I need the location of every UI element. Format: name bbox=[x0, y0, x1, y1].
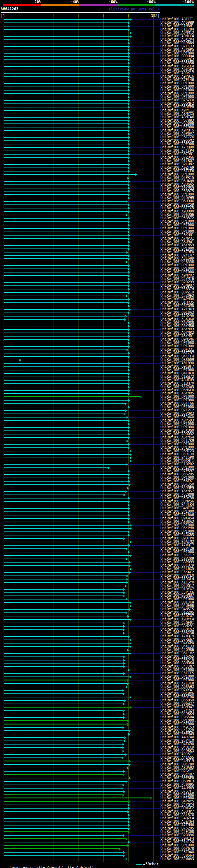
alignment-bar[interactable] bbox=[4, 602, 130, 603]
alignment-bar[interactable] bbox=[4, 848, 120, 849]
alignment-bar[interactable] bbox=[4, 643, 130, 644]
alignment-bar[interactable] bbox=[4, 380, 128, 380]
alignment-bar[interactable] bbox=[4, 336, 128, 337]
alignment-bar[interactable] bbox=[4, 572, 129, 573]
alignment-bar[interactable] bbox=[4, 859, 126, 859]
alignment-bar[interactable] bbox=[4, 434, 128, 434]
alignment-bar[interactable] bbox=[4, 525, 130, 526]
alignment-bar[interactable] bbox=[4, 508, 128, 509]
alignment-bar[interactable] bbox=[4, 137, 128, 137]
alignment-bar[interactable] bbox=[4, 299, 128, 300]
alignment-bar[interactable] bbox=[4, 623, 124, 623]
alignment-bar[interactable] bbox=[4, 683, 127, 684]
alignment-bar[interactable] bbox=[4, 373, 128, 374]
alignment-bar[interactable] bbox=[4, 205, 128, 205]
alignment-bar[interactable] bbox=[4, 582, 127, 583]
alignment-bar[interactable] bbox=[4, 198, 128, 198]
alignment-bar[interactable] bbox=[4, 545, 128, 546]
alignment-bar[interactable] bbox=[4, 346, 128, 347]
alignment-bar[interactable] bbox=[4, 285, 128, 286]
alignment-bar[interactable] bbox=[4, 747, 123, 748]
alignment-bar[interactable] bbox=[4, 842, 128, 842]
alignment-bar[interactable] bbox=[4, 366, 128, 367]
alignment-bar[interactable] bbox=[4, 279, 128, 279]
alignment-bar[interactable] bbox=[4, 636, 128, 637]
alignment-bar[interactable] bbox=[4, 191, 128, 191]
alignment-bar[interactable] bbox=[4, 316, 125, 316]
alignment-bar[interactable] bbox=[4, 646, 130, 647]
alignment-bar[interactable] bbox=[4, 93, 128, 94]
alignment-bar[interactable] bbox=[4, 720, 128, 721]
alignment-bar[interactable] bbox=[4, 100, 128, 101]
hit-label[interactable]: UniRef100_A2WWA3 bbox=[160, 857, 194, 861]
alignment-bar[interactable] bbox=[4, 103, 128, 104]
alignment-bar[interactable] bbox=[4, 477, 128, 478]
alignment-bar[interactable] bbox=[4, 835, 124, 836]
alignment-bar[interactable] bbox=[4, 356, 128, 357]
alignment-bar[interactable] bbox=[4, 599, 126, 599]
alignment-bar[interactable] bbox=[4, 798, 151, 798]
alignment-bar[interactable] bbox=[4, 811, 128, 812]
alignment-bar[interactable] bbox=[4, 461, 130, 461]
alignment-bar[interactable] bbox=[4, 29, 128, 30]
alignment-bar[interactable] bbox=[4, 616, 128, 616]
alignment-bar[interactable] bbox=[4, 437, 128, 438]
alignment-bar[interactable] bbox=[4, 751, 123, 751]
alignment-bar[interactable] bbox=[4, 538, 124, 539]
alignment-bar[interactable] bbox=[4, 717, 124, 718]
alignment-bar[interactable] bbox=[4, 808, 128, 809]
alignment-bar[interactable] bbox=[4, 633, 124, 633]
alignment-bar[interactable] bbox=[4, 306, 128, 306]
alignment-bar[interactable] bbox=[4, 447, 128, 448]
alignment-bar[interactable] bbox=[4, 97, 128, 97]
alignment-bar[interactable] bbox=[4, 535, 128, 535]
alignment-bar[interactable] bbox=[4, 845, 128, 846]
alignment-bar[interactable] bbox=[4, 309, 129, 310]
alignment-bar[interactable] bbox=[4, 211, 128, 212]
alignment-bar[interactable] bbox=[4, 464, 127, 465]
alignment-bar[interactable] bbox=[4, 555, 130, 556]
alignment-bar[interactable] bbox=[4, 619, 130, 620]
alignment-bar[interactable] bbox=[4, 339, 128, 340]
alignment-bar[interactable] bbox=[4, 687, 126, 687]
alignment-bar[interactable] bbox=[4, 498, 128, 498]
alignment-bar[interactable] bbox=[4, 154, 128, 155]
alignment-bar[interactable] bbox=[4, 666, 124, 667]
alignment-bar[interactable] bbox=[4, 282, 128, 283]
alignment-bar[interactable] bbox=[4, 474, 128, 475]
alignment-bar[interactable] bbox=[4, 292, 128, 293]
alignment-bar[interactable] bbox=[4, 151, 128, 151]
alignment-bar[interactable] bbox=[4, 413, 124, 414]
alignment-bar[interactable] bbox=[4, 349, 127, 350]
alignment-bar[interactable] bbox=[4, 731, 129, 731]
alignment-bar[interactable] bbox=[4, 46, 128, 47]
alignment-bar[interactable] bbox=[4, 548, 126, 549]
alignment-bar[interactable] bbox=[4, 393, 128, 394]
alignment-bar[interactable] bbox=[4, 269, 128, 269]
alignment-bar[interactable] bbox=[4, 66, 128, 67]
alignment-bar[interactable] bbox=[4, 471, 128, 471]
alignment-bar[interactable] bbox=[4, 512, 128, 512]
alignment-bar[interactable] bbox=[4, 370, 128, 370]
alignment-bar[interactable] bbox=[4, 417, 127, 417]
alignment-bar[interactable] bbox=[4, 242, 128, 242]
alignment-bar[interactable] bbox=[4, 697, 130, 698]
alignment-bar[interactable] bbox=[4, 458, 130, 458]
alignment-bar[interactable] bbox=[4, 441, 127, 441]
alignment-bar[interactable] bbox=[4, 595, 124, 596]
alignment-bar[interactable] bbox=[4, 444, 128, 445]
alignment-bar[interactable] bbox=[4, 656, 124, 657]
alignment-bar[interactable] bbox=[4, 90, 128, 91]
alignment-bar[interactable] bbox=[4, 157, 128, 158]
alignment-bar[interactable] bbox=[4, 427, 128, 428]
alignment-bar[interactable] bbox=[4, 117, 128, 118]
alignment-bar[interactable] bbox=[4, 23, 128, 23]
alignment-bar[interactable] bbox=[4, 569, 130, 569]
alignment-bar[interactable] bbox=[4, 228, 128, 229]
alignment-bar[interactable] bbox=[4, 19, 130, 20]
alignment-bar[interactable] bbox=[4, 451, 130, 452]
alignment-bar[interactable] bbox=[4, 262, 126, 262]
alignment-bar[interactable] bbox=[4, 110, 128, 111]
alignment-bar[interactable] bbox=[4, 201, 126, 202]
alignment-bar[interactable] bbox=[4, 296, 126, 296]
